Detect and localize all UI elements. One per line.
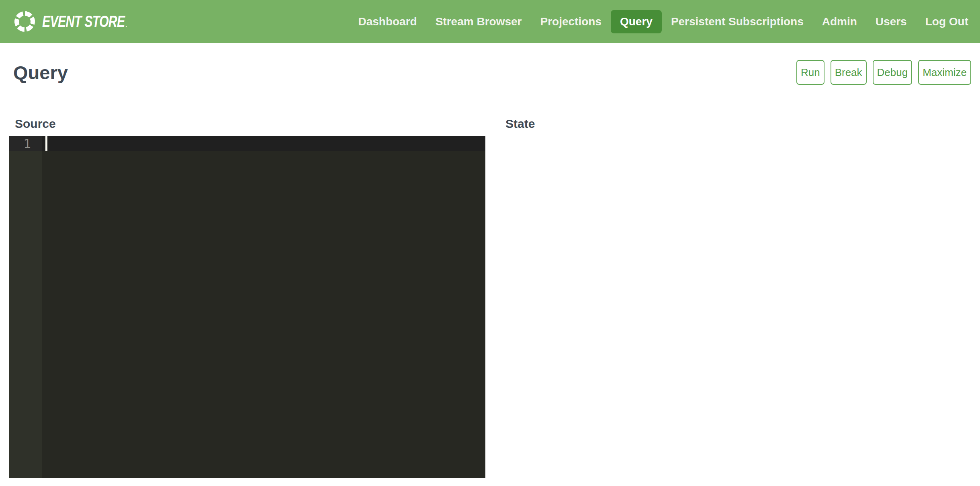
nav-item-dashboard[interactable]: Dashboard bbox=[349, 10, 426, 33]
editor-line-number: 1 bbox=[9, 136, 42, 151]
state-panel: State bbox=[485, 117, 971, 478]
source-header: Source bbox=[15, 117, 485, 131]
nav-item-query[interactable]: Query bbox=[611, 10, 662, 33]
main-nav: Dashboard Stream Browser Projections Que… bbox=[349, 10, 978, 33]
query-source-editor[interactable]: 1 bbox=[9, 136, 485, 478]
event-store-logo-text: EVENT STORE . bbox=[42, 12, 127, 31]
editor-gutter: 1 bbox=[9, 136, 42, 478]
query-toolbar: Run Break Debug Maximize bbox=[796, 60, 971, 85]
debug-button[interactable]: Debug bbox=[873, 60, 912, 85]
state-body bbox=[499, 136, 971, 297]
editor-code-area[interactable] bbox=[42, 136, 485, 478]
nav-item-users[interactable]: Users bbox=[866, 10, 916, 33]
run-button[interactable]: Run bbox=[796, 60, 825, 85]
nav-item-stream-browser[interactable]: Stream Browser bbox=[426, 10, 531, 33]
page-title: Query bbox=[13, 62, 68, 84]
break-button[interactable]: Break bbox=[831, 60, 867, 85]
content-columns: Source 1 State bbox=[9, 117, 971, 478]
editor-active-line bbox=[42, 136, 485, 151]
logo-wordmark: EVENT STORE bbox=[42, 12, 125, 31]
event-store-logo-icon bbox=[13, 10, 36, 33]
nav-item-projections[interactable]: Projections bbox=[531, 10, 610, 33]
nav-item-admin[interactable]: Admin bbox=[813, 10, 866, 33]
top-navbar: EVENT STORE . Dashboard Stream Browser P… bbox=[0, 0, 980, 43]
logo-trademark-dot: . bbox=[126, 21, 127, 29]
maximize-button[interactable]: Maximize bbox=[918, 60, 971, 85]
page-header: Query Run Break Debug Maximize bbox=[9, 60, 971, 85]
source-panel: Source 1 bbox=[9, 117, 485, 478]
nav-item-persistent-subscriptions[interactable]: Persistent Subscriptions bbox=[662, 10, 813, 33]
editor-text-cursor bbox=[45, 136, 47, 151]
state-header: State bbox=[505, 117, 971, 131]
nav-item-log-out[interactable]: Log Out bbox=[916, 10, 978, 33]
event-store-logo[interactable]: EVENT STORE . bbox=[13, 10, 157, 33]
